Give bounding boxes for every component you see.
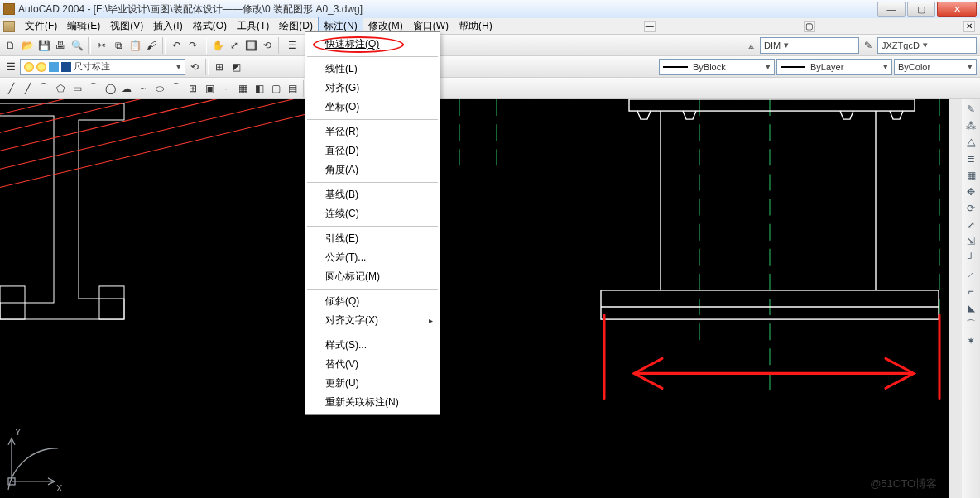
dim-linear[interactable]: 线性(L) — [305, 60, 440, 79]
menu-view[interactable]: 视图(V) — [105, 17, 148, 35]
extend-icon[interactable]: ⟋ — [964, 268, 978, 281]
dim-style-icon[interactable]: ⟁ — [743, 38, 758, 53]
toolbar-layers: ☰ 尺寸标注 ▾ ⟲ ⊞ ◩ ByBlock ▾ ByLayer ▾ ByCol… — [0, 56, 980, 78]
props-icon[interactable]: ☰ — [285, 38, 300, 53]
insert-icon[interactable]: ⊞ — [185, 81, 200, 96]
close-button[interactable]: ✕ — [937, 2, 977, 17]
preview-icon[interactable]: 🔍 — [70, 38, 84, 53]
match-icon[interactable]: 🖌 — [144, 38, 159, 53]
spline-icon[interactable]: ~ — [136, 81, 151, 96]
scale-icon[interactable]: ⤢ — [964, 218, 978, 232]
fillet-icon[interactable]: ⌒ — [964, 318, 978, 331]
move-icon[interactable]: ✥ — [964, 185, 978, 199]
break-icon[interactable]: ⌐ — [964, 285, 978, 298]
explode-icon[interactable]: ✶ — [964, 334, 978, 347]
redo-icon[interactable]: ↷ — [185, 38, 200, 53]
layer-iso-icon[interactable]: ◩ — [228, 60, 243, 74]
chamfer-icon[interactable]: ◣ — [964, 301, 978, 314]
color-value: ByBlock — [693, 62, 726, 72]
layer-manager-icon[interactable]: ☰ — [3, 60, 18, 74]
menu-format[interactable]: 格式(O) — [188, 17, 232, 35]
menu-edit[interactable]: 编辑(E) — [62, 17, 105, 35]
menu-file[interactable]: 文件(F) — [20, 17, 62, 35]
maximize-button[interactable]: ▢ — [907, 2, 935, 17]
toolbar-draw: ╱ ╱ ⌒ ⬠ ▭ ⌒ ◯ ☁ ~ ⬭ ⌒ ⊞ ▣ · ▦ ◧ ▢ ▤ A — [0, 78, 980, 99]
dim-diameter[interactable]: 直径(D) — [305, 141, 440, 160]
dim-style[interactable]: 样式(S)... — [305, 336, 440, 355]
layer-state-icon[interactable]: ⊞ — [212, 60, 227, 74]
dim-angular[interactable]: 角度(A) — [305, 160, 440, 180]
paste-icon[interactable]: 📋 — [127, 38, 142, 53]
zoom-prev-icon[interactable]: ⟲ — [260, 38, 275, 53]
zoom-win-icon[interactable]: 🔲 — [243, 38, 258, 53]
dim-tolerance[interactable]: 公差(T)... — [305, 248, 440, 267]
open-icon[interactable]: 📂 — [20, 38, 35, 53]
menu-insert[interactable]: 插入(I) — [148, 17, 187, 35]
region-icon[interactable]: ▢ — [268, 81, 283, 96]
lineweight-combo[interactable]: ByColor ▾ — [894, 59, 977, 75]
xline-icon[interactable]: ╱ — [20, 81, 35, 96]
trim-icon[interactable]: ┘ — [964, 251, 978, 265]
menu-help[interactable]: 帮助(H) — [454, 17, 497, 35]
text-style-combo[interactable]: JXZTgcD ▾ — [877, 37, 977, 54]
title-bar: AutoCAD 2004 - [F:\毕业设计\画图\装配体设计——修改\0 装… — [0, 0, 980, 18]
dim-override[interactable]: 替代(V) — [305, 355, 440, 374]
offset-icon[interactable]: ≣ — [964, 152, 978, 165]
dim-centermark[interactable]: 圆心标记(M) — [305, 267, 440, 286]
stretch-icon[interactable]: ⇲ — [964, 235, 978, 248]
copy-icon[interactable]: ⧉ — [111, 38, 126, 53]
zoom-icon[interactable]: ⤢ — [227, 38, 242, 53]
dim-update[interactable]: 更新(U) — [305, 374, 440, 393]
minimize-button[interactable]: — — [877, 2, 906, 17]
dim-oblique[interactable]: 倾斜(Q) — [305, 292, 440, 311]
mdi-max-button[interactable]: ▢ — [804, 21, 815, 32]
mirror-icon[interactable]: ⧋ — [964, 136, 978, 149]
print-icon[interactable]: 🖶 — [53, 38, 68, 53]
pline-icon[interactable]: ⌒ — [36, 81, 51, 96]
array-icon[interactable]: ▦ — [964, 169, 978, 182]
drawing-canvas[interactable]: Y X @51CTO博客 — [0, 99, 949, 498]
text-style-value: JXZTgcD — [882, 41, 920, 50]
dim-style-combo[interactable]: DIM ▾ — [760, 37, 859, 54]
circle-icon[interactable]: ◯ — [103, 81, 118, 96]
color-combo[interactable]: ByBlock ▾ — [659, 59, 775, 75]
dim-ordinate[interactable]: 坐标(O) — [305, 98, 440, 117]
save-icon[interactable]: 💾 — [36, 38, 51, 53]
revcloud-icon[interactable]: ☁ — [119, 81, 134, 96]
dim-quick[interactable]: 快速标注(Q) — [305, 35, 440, 54]
dim-leader[interactable]: 引线(E) — [305, 229, 440, 248]
table-icon[interactable]: ▤ — [285, 81, 300, 96]
ellipse-icon[interactable]: ⬭ — [152, 81, 167, 96]
erase-icon[interactable]: ✎ — [964, 103, 978, 116]
dim-ed-icon[interactable]: ✎ — [861, 38, 876, 53]
rotate-icon[interactable]: ⟳ — [964, 202, 978, 215]
rect-icon[interactable]: ▭ — [70, 81, 84, 96]
dim-aligned[interactable]: 对齐(G) — [305, 79, 440, 98]
dim-reassoc[interactable]: 重新关联标注(N) — [305, 393, 440, 412]
menu-tools[interactable]: 工具(T) — [232, 17, 274, 35]
dim-radius[interactable]: 半径(R) — [305, 122, 440, 141]
undo-icon[interactable]: ↶ — [169, 38, 184, 53]
pan-icon[interactable]: ✋ — [210, 38, 225, 53]
polygon-icon[interactable]: ⬠ — [53, 81, 68, 96]
dim-aligntext[interactable]: 对齐文字(X) — [305, 311, 440, 330]
new-icon[interactable]: 🗋 — [3, 38, 18, 53]
dim-continue[interactable]: 连续(C) — [305, 204, 440, 223]
line-icon[interactable]: ╱ — [3, 81, 18, 96]
ellipse-arc-icon[interactable]: ⌒ — [169, 81, 184, 96]
hatch-icon[interactable]: ▦ — [235, 81, 250, 96]
lineweight-value: ByColor — [898, 62, 930, 72]
dim-baseline[interactable]: 基线(B) — [305, 185, 440, 204]
copy2-icon[interactable]: ⁂ — [964, 119, 978, 132]
point-icon[interactable]: · — [219, 81, 233, 96]
arc-icon[interactable]: ⌒ — [86, 81, 101, 96]
layer-combo[interactable]: 尺寸标注 ▾ — [20, 59, 185, 75]
mdi-min-button[interactable]: — — [644, 21, 656, 32]
linetype-combo[interactable]: ByLayer ▾ — [776, 59, 892, 75]
layer-prev-icon[interactable]: ⟲ — [187, 60, 202, 74]
gradient-icon[interactable]: ◧ — [252, 81, 267, 96]
block-icon[interactable]: ▣ — [202, 81, 217, 96]
mdi-close-button[interactable]: ✕ — [963, 21, 975, 32]
cut-icon[interactable]: ✂ — [94, 38, 109, 53]
vertical-scrollbar[interactable] — [949, 99, 962, 498]
